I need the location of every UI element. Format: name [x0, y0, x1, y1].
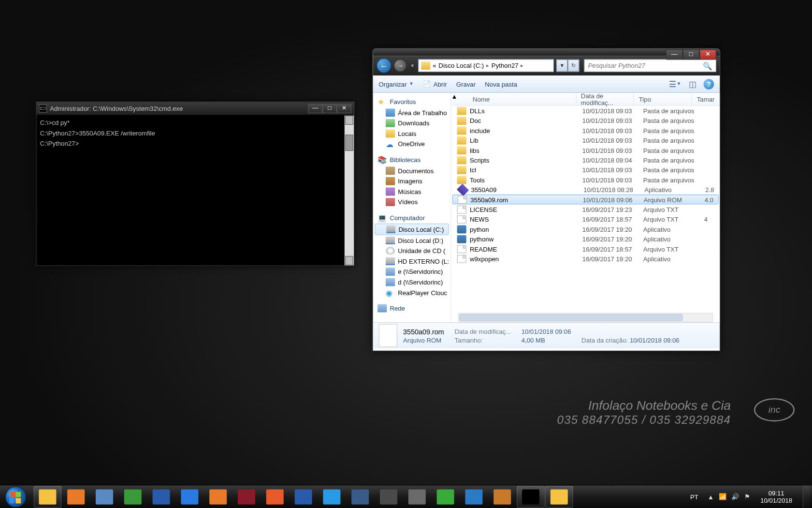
search-icon[interactable]: 🔍: [703, 61, 712, 70]
back-button[interactable]: ←: [377, 58, 392, 73]
scroll-thumb[interactable]: [459, 314, 682, 321]
sidebar-item-desktop[interactable]: Área de Trabalho: [373, 107, 451, 118]
file-row[interactable]: tcl 10/01/2018 09:03 Pasta de arquivos: [451, 165, 720, 175]
breadcrumb-segment[interactable]: Python27: [492, 62, 519, 69]
taskbar-app[interactable]: [545, 486, 573, 508]
scroll-down-icon[interactable]: ▼: [345, 256, 353, 265]
file-row[interactable]: Lib 10/01/2018 09:03 Pasta de arquivos: [451, 135, 720, 145]
sidebar-libraries-header[interactable]: 📚Bibliotecas: [373, 154, 451, 165]
refresh-button[interactable]: ↻: [568, 59, 580, 72]
sidebar-item-network-e[interactable]: e (\\Servidorinc): [373, 267, 451, 277]
show-desktop-button[interactable]: [803, 485, 810, 508]
taskbar-app[interactable]: [232, 486, 261, 508]
sidebar-item-external-drive[interactable]: HD EXTERNO (L:: [373, 256, 451, 267]
sidebar-item-drive-d[interactable]: Disco Local (D:): [373, 235, 451, 246]
file-row[interactable]: pythonw 16/09/2017 19:20 Aplicativo: [451, 234, 720, 244]
file-row[interactable]: libs 10/01/2018 09:03 Pasta de arquivos: [451, 145, 720, 155]
search-box[interactable]: 🔍: [584, 59, 716, 72]
sidebar-item-pictures[interactable]: Imagens: [373, 176, 451, 187]
taskbar-app[interactable]: [432, 486, 460, 508]
taskbar[interactable]: PT ▲ 📶 🔊 ⚑ 09:11 10/01/2018: [0, 485, 812, 508]
file-row[interactable]: Scripts 10/01/2018 09:04 Pasta de arquiv…: [451, 155, 720, 164]
file-row[interactable]: python 16/09/2017 19:20 Aplicativo: [451, 224, 720, 234]
column-header-type[interactable]: Tipo: [634, 93, 692, 105]
clock[interactable]: 09:11 10/01/2018: [756, 489, 797, 504]
taskbar-app[interactable]: [176, 486, 204, 508]
address-dropdown[interactable]: ▼: [556, 59, 568, 72]
language-indicator[interactable]: PT: [687, 493, 702, 500]
column-header-size[interactable]: Tamar: [692, 93, 720, 105]
close-button[interactable]: ✕: [337, 104, 351, 113]
nav-history-dropdown[interactable]: ▼: [409, 60, 416, 72]
taskbar-app[interactable]: [318, 486, 346, 508]
minimize-button[interactable]: —: [666, 49, 683, 60]
maximize-button[interactable]: □: [682, 49, 699, 60]
tray-network-icon[interactable]: 📶: [719, 493, 727, 501]
preview-pane-button[interactable]: ◫: [686, 78, 699, 90]
file-row[interactable]: Doc 10/01/2018 09:03 Pasta de arquivos: [451, 116, 720, 125]
taskbar-app[interactable]: [204, 486, 232, 508]
burn-button[interactable]: Gravar: [456, 80, 476, 87]
sidebar-item-onedrive[interactable]: ☁OneDrive: [373, 139, 451, 149]
start-button[interactable]: [0, 485, 31, 508]
taskbar-app[interactable]: [34, 486, 62, 508]
explorer-window[interactable]: — □ ✕ ← → ▼ « Disco Local (C:) ▸ Python2…: [372, 48, 720, 351]
column-header-name[interactable]: Nome: [458, 93, 577, 105]
chevron-right-icon[interactable]: ▸: [521, 63, 523, 69]
taskbar-app[interactable]: [403, 486, 431, 508]
taskbar-app[interactable]: [62, 486, 90, 508]
file-row[interactable]: NEWS 16/09/2017 18:57 Arquivo TXT 4: [451, 214, 720, 224]
search-input[interactable]: [588, 62, 703, 69]
file-list[interactable]: ▲ Nome Data de modificaç... Tipo Tamar D…: [451, 93, 720, 322]
sidebar-computer-header[interactable]: 💻Computador: [373, 212, 451, 224]
taskbar-app[interactable]: [90, 486, 118, 508]
sidebar-item-downloads[interactable]: Downloads: [373, 118, 451, 129]
minimize-button[interactable]: —: [308, 104, 322, 113]
horizontal-scrollbar[interactable]: [458, 313, 713, 322]
sidebar-favorites-header[interactable]: ★Favoritos: [373, 96, 451, 107]
sidebar-network-header[interactable]: Rede: [373, 302, 451, 314]
view-options-button[interactable]: ☰ ▼: [669, 78, 682, 90]
forward-button[interactable]: →: [394, 59, 406, 72]
taskbar-app[interactable]: [147, 486, 175, 508]
tray-flag-icon[interactable]: ⚑: [744, 493, 750, 501]
column-header-date[interactable]: Data de modificaç...: [576, 93, 634, 105]
cmd-window[interactable]: C:\ Administrador: C:\Windows\System32\c…: [36, 102, 354, 266]
file-row[interactable]: w9xpopen 16/09/2017 19:20 Aplicativo: [451, 254, 720, 263]
close-button[interactable]: ✕: [699, 49, 716, 60]
cmd-scrollbar[interactable]: ▲ ▼: [345, 116, 354, 266]
organize-button[interactable]: Organizar▼: [379, 80, 414, 87]
taskbar-app[interactable]: [460, 486, 488, 508]
open-button[interactable]: 📄Abrir: [423, 80, 447, 88]
tray-volume-icon[interactable]: 🔊: [731, 493, 740, 501]
chevron-right-icon[interactable]: ▸: [486, 63, 489, 69]
sidebar-item-network-d[interactable]: d (\\Servidorinc): [373, 277, 451, 287]
taskbar-app[interactable]: [375, 486, 403, 508]
sidebar-item-cd-drive[interactable]: Unidade de CD (: [373, 246, 451, 256]
taskbar-app[interactable]: [346, 486, 374, 508]
sidebar-item-drive-c[interactable]: Disco Local (C:): [375, 224, 449, 235]
tray-chevron-icon[interactable]: ▲: [708, 493, 714, 500]
file-row[interactable]: Tools 10/01/2018 09:03 Pasta de arquivos: [451, 175, 720, 184]
sidebar-item-videos[interactable]: Vídeos: [373, 197, 451, 208]
file-row[interactable]: 3550a09.rom 10/01/2018 09:06 Arquivo ROM…: [452, 194, 719, 204]
taskbar-app[interactable]: [261, 486, 289, 508]
sidebar-item-recent[interactable]: Locais: [373, 128, 451, 139]
address-bar[interactable]: « Disco Local (C:) ▸ Python27 ▸: [418, 59, 554, 72]
taskbar-app[interactable]: [119, 486, 147, 508]
file-row[interactable]: 3550A09 10/01/2018 08:28 Aplicativo 2.8: [451, 185, 720, 194]
cmd-titlebar[interactable]: C:\ Administrador: C:\Windows\System32\c…: [37, 102, 354, 116]
cmd-body[interactable]: C:\>cd py* C:\Python27>3550A09.EXE /writ…: [37, 116, 354, 266]
scroll-up-icon[interactable]: ▲: [345, 116, 353, 125]
file-row[interactable]: LICENSE 16/09/2017 19:23 Arquivo TXT: [451, 204, 720, 214]
sidebar-item-documents[interactable]: Documentos: [373, 165, 451, 176]
maximize-button[interactable]: □: [322, 104, 337, 113]
taskbar-app[interactable]: [517, 486, 545, 508]
scroll-thumb[interactable]: [345, 134, 353, 151]
taskbar-app[interactable]: [488, 486, 516, 508]
file-row[interactable]: include 10/01/2018 09:03 Pasta de arquiv…: [451, 125, 720, 135]
file-row[interactable]: README 16/09/2017 18:57 Arquivo TXT: [451, 244, 720, 254]
new-folder-button[interactable]: Nova pasta: [485, 80, 517, 87]
sidebar-item-realplayer[interactable]: ◉RealPlayer Clouc: [373, 287, 451, 298]
sidebar-item-music[interactable]: Músicas: [373, 186, 451, 197]
